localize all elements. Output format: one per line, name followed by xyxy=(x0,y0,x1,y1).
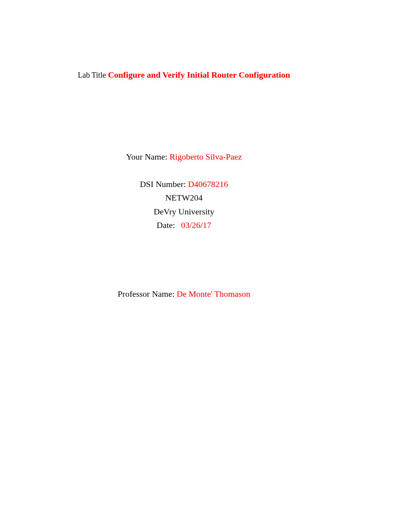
professor-line: Professor Name: De Monte' Thomason xyxy=(0,289,368,299)
name-value: Rigoberto Silva-Paez xyxy=(169,152,242,161)
document-page: Lab Title Configure and Verify Initial R… xyxy=(0,0,410,532)
name-label: Your Name: xyxy=(126,152,167,161)
course-line: NETW204 xyxy=(0,193,368,203)
professor-value: De Monte' Thomason xyxy=(177,289,251,299)
lab-title-value: Configure and Verify Initial Router Conf… xyxy=(108,70,290,80)
lab-title-line: Lab Title Configure and Verify Initial R… xyxy=(0,70,368,80)
dsi-value: D40678216 xyxy=(188,179,228,189)
dsi-line: DSI Number: D40678216 xyxy=(0,179,368,189)
dsi-label: DSI Number: xyxy=(140,179,186,189)
name-line: Your Name: Rigoberto Silva-Paez xyxy=(0,152,368,162)
date-label: Date: xyxy=(157,220,175,230)
university-line: DeVry University xyxy=(0,207,368,217)
date-line: Date: 03/26/17 xyxy=(0,220,368,230)
lab-title-label: Lab Title xyxy=(78,71,106,79)
professor-label: Professor Name: xyxy=(118,289,175,299)
date-value: 03/26/17 xyxy=(181,220,211,230)
